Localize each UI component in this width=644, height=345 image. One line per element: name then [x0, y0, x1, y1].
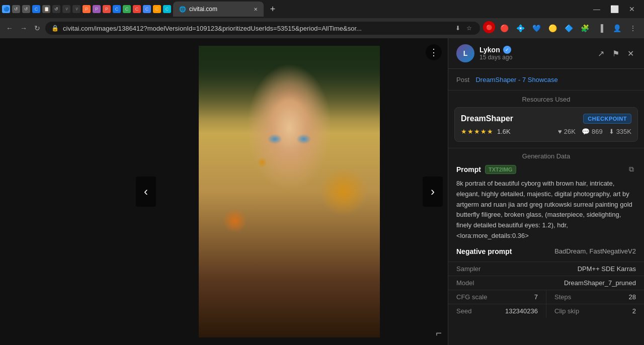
- steps-value: 28: [629, 293, 636, 301]
- prompt-text: 8k portrait of beautiful cyborg with bro…: [456, 179, 636, 241]
- browser-chrome: 🔵 ↺ ↺ C 📋 ↺ ⑂ ⑂ P P P C C C C C C 🌐 civi…: [0, 0, 644, 38]
- tab-icon-15[interactable]: C: [143, 5, 151, 13]
- model-row: Model DreamShaper_7_pruned: [448, 276, 644, 290]
- verified-badge: ✓: [503, 46, 511, 54]
- lock-icon: 🔒: [51, 25, 59, 32]
- tab-icon-16[interactable]: C: [153, 5, 161, 13]
- panel-actions: ↗ ⚑ ✕: [596, 47, 636, 60]
- window-maximize-button[interactable]: ⬜: [607, 3, 622, 15]
- star-4: ★: [480, 128, 487, 135]
- model-value: DreamShaper_7_pruned: [564, 279, 636, 287]
- extension-icon-2[interactable]: 💠: [513, 21, 527, 35]
- tab-icon-12[interactable]: C: [113, 5, 121, 13]
- tab-icon-8[interactable]: ⑂: [72, 5, 80, 13]
- tab-icon-4[interactable]: C: [32, 5, 40, 13]
- options-dots-icon: ⋮: [429, 47, 438, 58]
- likes-stat: ♥ 26K: [558, 128, 576, 135]
- window-minimize-button[interactable]: —: [590, 3, 603, 15]
- cfg-scale-cell: CFG scale 7: [448, 290, 546, 304]
- share-button[interactable]: ↗: [596, 47, 606, 60]
- username: Lykon: [479, 46, 500, 54]
- tab-icon-11[interactable]: P: [103, 5, 111, 13]
- resource-name[interactable]: DreamShaper: [461, 114, 513, 123]
- clip-skip-cell: Clip skip 2: [546, 304, 644, 318]
- steps-label: Steps: [554, 293, 571, 301]
- window-controls: — ⬜ ✕: [590, 3, 642, 15]
- tab-favicon: 🌐: [179, 6, 186, 13]
- resource-header: DreamShaper CHECKPOINT: [461, 114, 631, 124]
- extension-icon-1[interactable]: 🔴: [497, 21, 511, 35]
- menu-button[interactable]: ⋮: [626, 21, 640, 35]
- tab-title: civitai.com: [189, 6, 217, 13]
- url-text: civitai.com/images/1386412?modelVersionI…: [63, 25, 449, 32]
- resources-section-title: Resources Used: [448, 91, 644, 107]
- panel-header: L Lykon ✓ 15 days ago ↗ ⚑ ✕: [448, 38, 644, 69]
- tab-icon-6[interactable]: ↺: [52, 5, 60, 13]
- seed-cell: Seed 132340236: [448, 304, 546, 318]
- likes-count: 26K: [564, 128, 576, 135]
- sidebar-button[interactable]: ▐: [594, 21, 608, 35]
- window-close-button[interactable]: ✕: [626, 3, 638, 15]
- generation-data-section: Generation Data Prompt TXT2IMG ⧉ 8k port…: [448, 148, 644, 318]
- tab-icon-17[interactable]: C: [163, 5, 171, 13]
- extensions-button[interactable]: 🧩: [578, 21, 592, 35]
- seed-value: 132340236: [505, 307, 538, 315]
- active-tab[interactable]: 🌐 civitai.com ✕: [173, 2, 264, 17]
- negative-prompt-value: BadDream, FastNegativeV2: [554, 247, 636, 255]
- user-name-row: Lykon ✓: [479, 46, 591, 54]
- profile-button[interactable]: 👤: [610, 21, 624, 35]
- extension-icon-4[interactable]: 🟡: [545, 21, 559, 35]
- tab-icon-2[interactable]: ↺: [12, 5, 20, 13]
- refresh-button[interactable]: ↻: [32, 22, 42, 34]
- extension-icon-3[interactable]: 💙: [529, 21, 543, 35]
- tab-icon-1[interactable]: 🔵: [2, 5, 10, 13]
- download-page-button[interactable]: ⬇: [453, 24, 462, 33]
- heart-icon: ♥: [558, 128, 562, 135]
- txt2img-badge: TXT2IMG: [485, 165, 516, 174]
- address-actions: ⬇ ☆: [453, 24, 474, 33]
- post-link[interactable]: DreamShaper - 7 Showcase: [475, 76, 557, 83]
- copy-prompt-button[interactable]: ⧉: [627, 164, 636, 175]
- tab-icon-10[interactable]: P: [93, 5, 101, 13]
- clip-skip-label: Clip skip: [554, 307, 579, 315]
- tab-icon-github[interactable]: ⑂: [62, 5, 70, 13]
- share-icon: ↗: [598, 49, 604, 58]
- sampler-value: DPM++ SDE Karras: [578, 265, 636, 273]
- negative-prompt-row: Negative prompt BadDream, FastNegativeV2: [448, 247, 644, 262]
- flag-button[interactable]: ⚑: [610, 47, 621, 60]
- flag-icon: ⚑: [612, 49, 619, 58]
- downloads-stat: ⬇ 335K: [609, 128, 631, 135]
- resource-card: DreamShaper CHECKPOINT ★ ★ ★ ★ ★ 1.6K ♥: [454, 107, 638, 142]
- tab-icon-5[interactable]: 📋: [42, 5, 50, 13]
- address-bar-row: ← → ↻ 🔒 civitai.com/images/1386412?model…: [0, 18, 644, 38]
- seed-label: Seed: [456, 307, 471, 315]
- new-tab-button[interactable]: +: [266, 2, 280, 16]
- bookmark-button[interactable]: ☆: [464, 24, 474, 33]
- forward-button[interactable]: →: [18, 22, 29, 34]
- tab-icon-3[interactable]: ↺: [22, 5, 30, 13]
- back-button[interactable]: ←: [4, 22, 15, 34]
- corner-bracket-icon: ⌐: [436, 327, 442, 339]
- close-panel-button[interactable]: ✕: [625, 47, 636, 60]
- tab-icons: 🔵 ↺ ↺ C 📋 ↺ ⑂ ⑂ P P P C C C C C C 🌐 civi…: [2, 2, 589, 17]
- star-1: ★: [461, 128, 467, 135]
- profile-avatar-icon[interactable]: 🔴: [483, 21, 495, 33]
- prev-image-button[interactable]: ‹: [136, 177, 156, 207]
- next-image-button[interactable]: ›: [423, 177, 443, 207]
- comment-icon: 💬: [582, 128, 590, 135]
- prompt-section: Prompt TXT2IMG ⧉ 8k portrait of beautifu…: [448, 164, 644, 247]
- post-time: 15 days ago: [479, 54, 591, 61]
- tab-icon-9[interactable]: P: [83, 5, 91, 13]
- resources-section: Resources Used DreamShaper CHECKPOINT ★ …: [448, 91, 644, 148]
- checkpoint-badge: CHECKPOINT: [583, 114, 631, 124]
- tab-close-button[interactable]: ✕: [254, 7, 258, 12]
- model-label: Model: [456, 279, 474, 287]
- tab-icon-13[interactable]: C: [123, 5, 131, 13]
- extension-icon-5[interactable]: 🔷: [561, 21, 576, 35]
- address-bar[interactable]: 🔒 civitai.com/images/1386412?modelVersio…: [45, 22, 480, 35]
- image-options-button[interactable]: ⋮: [426, 44, 442, 60]
- close-icon: ✕: [627, 49, 634, 58]
- tab-icon-14[interactable]: C: [133, 5, 141, 13]
- tab-bar: 🔵 ↺ ↺ C 📋 ↺ ⑂ ⑂ P P P C C C C C C 🌐 civi…: [0, 0, 644, 18]
- right-panel: L Lykon ✓ 15 days ago ↗ ⚑ ✕: [448, 38, 644, 345]
